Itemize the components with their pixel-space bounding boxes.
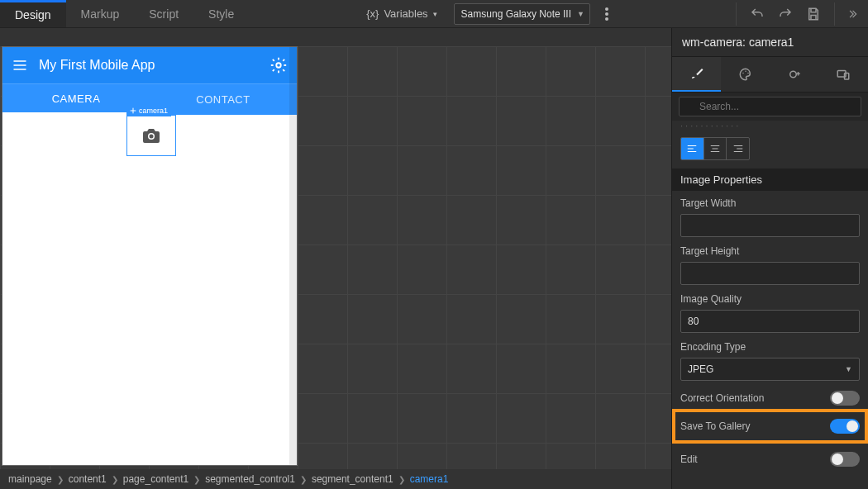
redo-icon xyxy=(778,7,793,21)
align-left-icon xyxy=(686,143,698,154)
svg-point-5 xyxy=(150,135,154,139)
correct-orientation-row: Correct Orientation xyxy=(672,382,868,409)
edit-row: Edit xyxy=(672,444,868,470)
top-toolbar: Design Markup Script Style {x} Variables… xyxy=(0,0,868,28)
save-to-gallery-label: Save To Gallery xyxy=(680,420,751,432)
undo-button[interactable] xyxy=(746,3,768,25)
chevron-right-double-icon xyxy=(847,8,858,20)
panel-tab-device[interactable] xyxy=(819,57,868,92)
align-left-button[interactable] xyxy=(681,138,703,159)
align-button-group xyxy=(680,137,750,160)
crumb[interactable]: page_content1 xyxy=(123,473,188,485)
chevron-right-icon: ❯ xyxy=(112,475,118,484)
chevron-down-icon: ▾ xyxy=(433,10,437,18)
encoding-type-label: Encoding Type xyxy=(680,341,860,353)
edit-toggle[interactable] xyxy=(830,452,860,467)
tab-contact[interactable]: CONTACT xyxy=(150,84,297,115)
chevron-right-icon: ❯ xyxy=(193,475,200,484)
svg-point-6 xyxy=(742,73,744,74)
panel-title: wm-camera: camera1 xyxy=(672,28,868,56)
tab-script[interactable]: Script xyxy=(134,0,193,27)
camera-icon xyxy=(141,126,161,145)
app-header: My First Mobile App xyxy=(2,47,297,83)
crumb[interactable]: content1 xyxy=(69,473,107,485)
undo-icon xyxy=(750,7,765,21)
divider xyxy=(834,2,835,26)
target-height-label: Target Height xyxy=(680,245,860,257)
palette-icon xyxy=(738,67,753,82)
chevron-right-icon: ❯ xyxy=(300,475,307,484)
tab-markup[interactable]: Markup xyxy=(66,0,135,27)
svg-point-0 xyxy=(605,7,608,11)
svg-point-9 xyxy=(790,71,797,78)
brush-icon xyxy=(689,66,704,81)
selection-badge-text: camera1 xyxy=(139,107,168,115)
tab-design[interactable]: Design xyxy=(0,0,66,27)
hamburger-button[interactable] xyxy=(11,56,29,74)
crumb[interactable]: segment_content1 xyxy=(312,473,393,485)
edit-label: Edit xyxy=(680,453,698,465)
device-select-value: Samsung Galaxy Note III xyxy=(461,8,571,20)
crumb[interactable]: segmented_control1 xyxy=(205,473,295,485)
correct-orientation-toggle[interactable] xyxy=(830,391,860,406)
encoding-type-value: JPEG xyxy=(688,363,713,375)
variables-icon: {x} xyxy=(366,7,379,20)
properties-panel: wm-camera: camera1 · · · · · · · · · · ·… xyxy=(671,28,868,489)
variables-button[interactable]: {x} Variables ▾ xyxy=(358,3,445,25)
scrollbar[interactable] xyxy=(289,47,298,465)
panel-body[interactable]: · · · · · · · · · · · · Image Properties… xyxy=(672,121,868,489)
target-height-input[interactable] xyxy=(680,262,860,285)
gear-plus-icon xyxy=(787,67,802,82)
camera-widget[interactable] xyxy=(126,115,176,156)
devices-icon xyxy=(836,67,851,82)
align-center-button[interactable] xyxy=(703,138,727,159)
crumb-active[interactable]: camera1 xyxy=(410,473,449,485)
chevron-right-icon: ❯ xyxy=(57,475,64,484)
chevron-down-icon: ▼ xyxy=(577,10,584,18)
save-icon xyxy=(806,7,821,21)
divider xyxy=(736,2,737,26)
chevron-down-icon: ▼ xyxy=(845,365,852,373)
target-width-input[interactable] xyxy=(680,214,860,237)
settings-button[interactable] xyxy=(269,55,289,75)
panel-tab-properties[interactable] xyxy=(672,57,721,92)
svg-point-1 xyxy=(605,12,608,16)
align-center-icon xyxy=(709,143,721,154)
image-quality-input[interactable] xyxy=(680,310,860,333)
save-to-gallery-toggle[interactable] xyxy=(830,419,860,434)
chevron-right-icon: ❯ xyxy=(398,475,405,484)
section-image-properties: Image Properties xyxy=(672,169,868,191)
svg-point-7 xyxy=(745,71,746,73)
app-title: My First Mobile App xyxy=(39,58,259,73)
gear-icon xyxy=(269,56,288,74)
align-right-button[interactable] xyxy=(726,138,749,159)
align-right-icon xyxy=(732,143,744,154)
more-options-button[interactable] xyxy=(599,7,615,21)
svg-point-2 xyxy=(605,17,608,21)
encoding-type-select[interactable]: JPEG ▼ xyxy=(680,358,860,381)
variables-label: Variables xyxy=(384,7,427,20)
canvas-area: My First Mobile App CAMERA CONTACT camer… xyxy=(0,28,671,489)
breadcrumb: mainpage❯ content1❯ page_content1❯ segme… xyxy=(0,469,671,489)
ruler-strip xyxy=(0,28,671,46)
tab-style[interactable]: Style xyxy=(193,0,249,27)
save-to-gallery-row: Save To Gallery xyxy=(672,409,868,444)
crumb[interactable]: mainpage xyxy=(8,473,52,485)
save-button[interactable] xyxy=(803,3,824,25)
horizontal-align-label: · · · · · · · · · · · · xyxy=(672,121,868,134)
kebab-icon xyxy=(605,7,608,21)
svg-point-8 xyxy=(747,73,749,74)
device-select[interactable]: Samsung Galaxy Note III ▼ xyxy=(454,3,590,25)
panel-tab-style[interactable] xyxy=(721,57,770,92)
search-input[interactable] xyxy=(679,97,861,116)
redo-button[interactable] xyxy=(775,3,796,25)
panel-tab-events[interactable] xyxy=(770,57,819,92)
correct-orientation-label: Correct Orientation xyxy=(680,392,764,404)
target-width-label: Target Width xyxy=(680,197,860,209)
hamburger-icon xyxy=(12,57,28,74)
move-icon xyxy=(130,107,136,114)
image-quality-label: Image Quality xyxy=(680,293,860,305)
collapse-right-button[interactable] xyxy=(845,8,860,20)
device-frame[interactable]: My First Mobile App CAMERA CONTACT camer… xyxy=(2,46,298,466)
panel-tabs xyxy=(672,56,868,93)
